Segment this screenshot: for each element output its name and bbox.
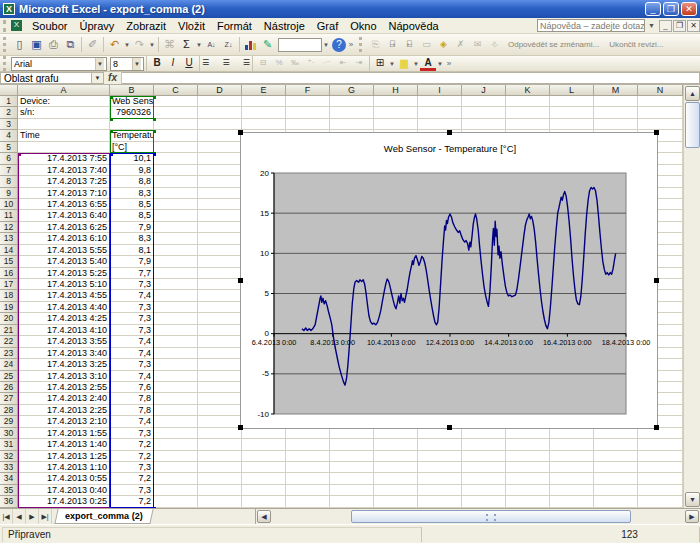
cell-B35[interactable]: 7,3 [110,485,154,496]
cell-A8[interactable]: 17.4.2013 7:25 [18,176,110,187]
cell-C31[interactable] [154,439,198,450]
row-header-30[interactable]: 30 [0,428,18,439]
column-header-E[interactable]: E [242,85,286,96]
formula-input[interactable] [122,72,700,84]
cell-B33[interactable]: 7,3 [110,462,154,473]
menu-soubor[interactable]: Soubor [26,19,73,33]
cell-H1[interactable] [374,96,418,107]
cell-D27[interactable] [198,393,242,404]
cell-A11[interactable]: 17.4.2013 6:40 [18,210,110,221]
cell-D28[interactable] [198,405,242,416]
cell-B22[interactable]: 7,4 [110,336,154,347]
cell-A19[interactable]: 17.4.2013 4:40 [18,302,110,313]
cell-L2[interactable] [550,107,594,118]
row-header-8[interactable]: 8 [0,176,18,187]
row-header-34[interactable]: 34 [0,473,18,484]
help-dropdown-icon[interactable]: ▼ [645,22,658,29]
cell-D31[interactable] [198,439,242,450]
help-icon[interactable]: ? [332,38,346,52]
chart-selection-handle[interactable] [654,278,659,283]
cell-N33[interactable] [638,462,683,473]
cell-A10[interactable]: 17.4.2013 6:55 [18,199,110,210]
cell-F32[interactable] [286,451,330,462]
review-7-icon[interactable]: ⎀ [486,37,503,53]
title-bar[interactable]: X Microsoft Excel - export_comma (2) _ ❐… [0,0,700,18]
chart-selection-handle[interactable] [238,278,243,283]
cell-E36[interactable] [242,496,286,507]
chart-selection-handle[interactable] [238,130,243,135]
row-header-11[interactable]: 11 [0,210,18,221]
row-header-16[interactable]: 16 [0,268,18,279]
chart-selection-handle[interactable] [654,130,659,135]
cell-C15[interactable] [154,256,198,267]
cell-B4[interactable]: Temperatu [110,130,154,141]
vertical-scrollbar[interactable]: ▲ ▼ [683,85,700,508]
cell-C13[interactable] [154,233,198,244]
borders-icon[interactable]: ⊞ [372,56,388,71]
cell-K3[interactable] [506,119,550,130]
cell-A25[interactable]: 17.4.2013 3:10 [18,371,110,382]
menu-pravy[interactable]: Úpravy [73,19,120,33]
cell-A2[interactable]: s/n: [18,107,110,118]
cell-E1[interactable] [242,96,286,107]
cell-B11[interactable]: 8,5 [110,210,154,221]
scroll-down-icon[interactable]: ▼ [685,492,700,507]
chart-selection-handle[interactable] [447,425,452,430]
cell-G2[interactable] [330,107,374,118]
cell-M32[interactable] [594,451,638,462]
cell-C17[interactable] [154,279,198,290]
cell-M2[interactable] [594,107,638,118]
number-format-icon-2[interactable]: % [271,56,287,71]
menu-formt[interactable]: Formát [211,19,258,33]
redo-dropdown-icon[interactable]: ▼ [148,42,156,48]
cell-C35[interactable] [154,485,198,496]
cell-C16[interactable] [154,268,198,279]
cell-M34[interactable] [594,473,638,484]
close-button[interactable]: ✕ [681,2,697,16]
cell-L1[interactable] [550,96,594,107]
row-header-5[interactable]: 5 [0,142,18,153]
cell-B6[interactable]: 10,1 [110,153,154,164]
cell-C8[interactable] [154,176,198,187]
cell-B5[interactable]: [°C] [110,142,154,153]
cell-A18[interactable]: 17.4.2013 4:55 [18,290,110,301]
cell-B9[interactable]: 8,3 [110,188,154,199]
cell-C28[interactable] [154,405,198,416]
review-6-icon[interactable]: ✉ [469,37,486,53]
chart-selection-handle[interactable] [447,130,452,135]
x-tick-label[interactable]: 18.4.2013 0:00 [602,338,651,347]
cell-C9[interactable] [154,188,198,199]
cell-C20[interactable] [154,313,198,324]
column-header-J[interactable]: J [462,85,506,96]
horizontal-scroll-thumb[interactable] [351,510,631,523]
cell-A34[interactable]: 17.4.2013 0:55 [18,473,110,484]
cell-B14[interactable]: 8,1 [110,245,154,256]
cell-D11[interactable] [198,210,242,221]
cell-C4[interactable] [154,130,198,141]
cell-A30[interactable]: 17.4.2013 1:55 [18,428,110,439]
cell-A23[interactable]: 17.4.2013 3:40 [18,348,110,359]
cell-D34[interactable] [198,473,242,484]
row-header-20[interactable]: 20 [0,313,18,324]
row-header-12[interactable]: 12 [0,222,18,233]
cell-D9[interactable] [198,188,242,199]
cell-A14[interactable]: 17.4.2013 5:55 [18,245,110,256]
cell-A1[interactable]: Device: [18,96,110,107]
cell-C19[interactable] [154,302,198,313]
cell-I36[interactable] [418,496,462,507]
cell-G31[interactable] [330,439,374,450]
row-header-19[interactable]: 19 [0,302,18,313]
cell-L3[interactable] [550,119,594,130]
cell-D4[interactable] [198,130,242,141]
cell-K32[interactable] [506,451,550,462]
cell-K34[interactable] [506,473,550,484]
cell-D26[interactable] [198,382,242,393]
cell-A22[interactable]: 17.4.2013 3:55 [18,336,110,347]
cell-C10[interactable] [154,199,198,210]
zoom-input[interactable] [278,38,322,52]
cell-F34[interactable] [286,473,330,484]
row-header-9[interactable]: 9 [0,188,18,199]
cell-J34[interactable] [462,473,506,484]
cell-B36[interactable]: 7,2 [110,496,154,507]
cell-C3[interactable] [154,119,198,130]
